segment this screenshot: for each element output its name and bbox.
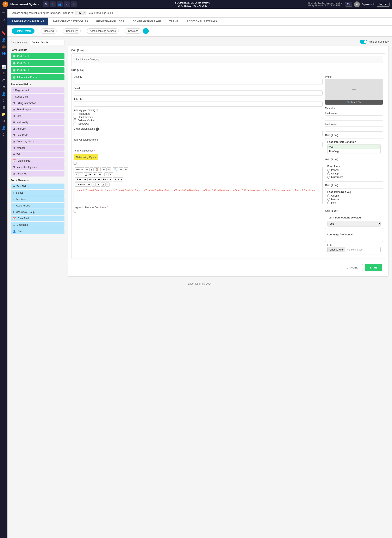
editor-source-btn[interactable]: Source <box>75 167 84 171</box>
nav-icon-users[interactable]: 👥 <box>57 1 63 7</box>
sidebar-icon-flag[interactable]: ⚑ <box>2 85 5 89</box>
category-name-input[interactable] <box>30 40 65 45</box>
sidebar-icon-person2[interactable]: 👤 <box>2 92 6 96</box>
editor-italic-btn[interactable]: I <box>79 172 83 176</box>
predefined-post-code[interactable]: ⊞ Post Code <box>11 132 65 138</box>
food-paneer-radio[interactable] <box>327 169 330 172</box>
editor-superscript-btn[interactable]: x² <box>98 172 102 176</box>
sidebar-icon-share3[interactable]: ⤴ <box>3 133 5 136</box>
grid-1col-button[interactable]: ▦ Grid (1 col) <box>11 53 65 59</box>
editor-undo-btn[interactable]: ↩ <box>102 167 106 171</box>
sidebar-icon-mobile[interactable]: 📱 <box>2 72 6 76</box>
pipeline-step-accompanying[interactable]: Accompanying persons <box>87 28 119 34</box>
editor-subscript-btn[interactable]: x₂ <box>93 172 97 176</box>
agree-checkbox[interactable] <box>74 210 76 212</box>
form-elem-text-field[interactable]: ⊞ Text Field <box>11 183 65 189</box>
save-button[interactable]: SAVE <box>365 264 382 271</box>
logout-button[interactable]: Log out <box>377 2 390 7</box>
country-input[interactable] <box>74 79 322 85</box>
sidebar-icon-plane[interactable]: ✈ <box>2 24 5 28</box>
sidebar-icon-chart[interactable]: 📊 <box>2 65 6 69</box>
job-title-input[interactable] <box>74 101 322 107</box>
editor-strike-btn[interactable]: S <box>88 172 92 176</box>
predefined-state-region[interactable]: ⊞ State/Region <box>11 107 65 112</box>
sidebar-icon-share[interactable]: ⤴ <box>3 58 5 62</box>
food-option-non-veg[interactable]: Non Veg <box>327 149 380 154</box>
cancel-button[interactable]: CANCEL <box>342 264 363 271</box>
form-elem-checkbox-group[interactable]: ≡ Checkbox Group <box>11 209 65 215</box>
sidebar-icon-folder[interactable]: 📁 <box>2 112 6 116</box>
editor-help-btn[interactable]: ? <box>105 182 110 187</box>
editor-paste-btn[interactable]: 📋 <box>94 167 99 171</box>
predefined-about-me[interactable]: ⊞ About Me <box>11 171 65 177</box>
industry-cloud-checkbox[interactable] <box>74 116 76 119</box>
sidebar-icon-home[interactable]: ⌂ <box>3 18 5 21</box>
choose-file-button[interactable]: Choose File <box>327 247 345 252</box>
food-chicken-radio[interactable] <box>327 195 330 197</box>
editor-redo-btn[interactable]: ↪ <box>106 167 111 171</box>
first-name-input[interactable] <box>325 115 383 121</box>
form-elem-radio-group[interactable]: ≡ Radio Group <box>11 203 65 209</box>
form-elem-select[interactable]: ≡ Select <box>11 190 65 196</box>
nav-icon-tag[interactable]: 🏷 <box>64 1 70 7</box>
industry-delivery-checkbox[interactable] <box>74 119 76 122</box>
editor-color2-btn[interactable]: A <box>92 182 96 187</box>
pipeline-add-button[interactable]: + <box>143 28 149 34</box>
sidebar-icon-edit[interactable]: ✏ <box>2 11 5 15</box>
attach-file-button[interactable]: 📎 Attach file <box>325 100 383 105</box>
hide-on-summary-toggle[interactable] <box>360 40 367 44</box>
email-input[interactable] <box>74 90 322 96</box>
food-mushroom-radio[interactable] <box>327 176 330 178</box>
editor-font-select[interactable]: Font <box>101 177 112 182</box>
sidebar-icon-briefcase[interactable]: 💼 <box>2 45 6 49</box>
sidebar-icon-grid[interactable]: ⊞ <box>2 105 5 109</box>
form-elem-file[interactable]: 👤 File <box>11 228 65 234</box>
pipeline-step-hospitality[interactable]: Hospitality <box>63 28 81 34</box>
form-elem-checkbox[interactable]: ☑ Checkbox <box>11 222 65 228</box>
nav-icon-calendar[interactable]: 🗓 <box>43 1 49 7</box>
sidebar-icon-users[interactable]: 👤 <box>2 38 6 42</box>
editor-copy-btn[interactable]: ⎘ <box>89 167 93 171</box>
tab-registration-pipeline[interactable]: REGISTRATION PIPELINE <box>7 18 48 25</box>
editor-highlight2-btn[interactable]: A <box>96 182 100 187</box>
pipeline-step-contact-details[interactable]: Contact Details <box>12 28 34 34</box>
sidebar-icon-settings[interactable]: ⚙ <box>2 119 5 123</box>
predefined-social-links[interactable]: f Social Links <box>11 94 65 100</box>
editor-content[interactable]: I agree to Terms & Conditions! agree to … <box>74 187 322 204</box>
year-est-input[interactable] <box>74 142 322 147</box>
editor-table-btn[interactable]: ⊞ <box>101 182 105 187</box>
industry-restaurant-checkbox[interactable] <box>74 113 76 115</box>
food-interest-list[interactable]: Veg Non Veg <box>327 144 381 154</box>
predefined-address[interactable]: ⊞ Address <box>11 126 65 132</box>
editor-color-btn[interactable]: A <box>104 172 108 176</box>
tab-terms[interactable]: TERMS <box>165 18 183 25</box>
food-fish-radio[interactable] <box>327 201 330 204</box>
pipeline-step-sessions[interactable]: Sessions <box>125 28 141 34</box>
grid-3col-button[interactable]: ▦ Grid (3 col) <box>11 67 65 73</box>
editor-format-select[interactable]: Format <box>87 177 101 182</box>
predefined-website[interactable]: ⊞ Website <box>11 145 65 151</box>
editor-lineheight-select[interactable]: Line Hei... <box>75 182 91 187</box>
editor-highlight-btn[interactable]: A <box>109 172 113 176</box>
sidebar-icon-tag2[interactable]: 🏷 <box>2 79 5 82</box>
predefined-register-with[interactable]: f Register with: <box>11 87 65 93</box>
tab-confirmation-page[interactable]: CONFIRMATION PAGE <box>129 18 165 25</box>
predefined-company-name[interactable]: ⊞ Company Name <box>11 139 65 145</box>
tab-participant-categories[interactable]: PARTICIPANT CATEGORIES <box>48 18 92 25</box>
food-mutton-radio[interactable] <box>327 198 330 201</box>
editor-styles-select[interactable]: Styles <box>75 177 87 182</box>
tab-additional-settings[interactable]: ADDITIONAL SETTINGS <box>182 18 221 25</box>
last-name-input[interactable] <box>325 126 383 132</box>
predefined-interest-categories[interactable]: ⊞ Interest categories <box>11 164 65 170</box>
editor-select-all-btn[interactable]: ⊠ <box>124 167 128 171</box>
form-elem-textarea[interactable]: ≡ Text Area <box>11 196 65 202</box>
nav-icon-grad[interactable]: 🎓 <box>71 1 77 7</box>
editor-cut-btn[interactable]: ✂ <box>85 167 89 171</box>
editor-replace-btn[interactable]: ⊞ <box>119 167 123 171</box>
predefined-city[interactable]: ⊞ City <box>11 113 65 119</box>
editor-find-btn[interactable]: 🔍 <box>113 167 118 171</box>
test-dropdown[interactable]: yes <box>327 221 381 227</box>
predefined-tel[interactable]: ⊞ Tel. <box>11 151 65 157</box>
editor-underline-btn[interactable]: U <box>84 172 88 176</box>
org-name-input[interactable] <box>74 131 322 136</box>
